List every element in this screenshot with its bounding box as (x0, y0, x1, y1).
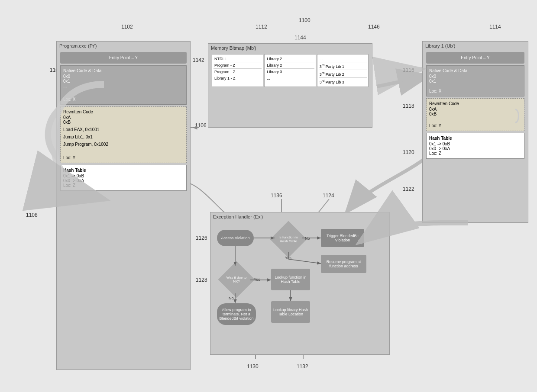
ref-1128: 1128 (196, 277, 207, 283)
lib1-rw-0xa: 0xA (429, 107, 521, 112)
yes-label-1: Yes (285, 256, 291, 260)
ref-1108: 1108 (26, 212, 38, 218)
mb-lib1-z: Library 1 - Z (214, 75, 262, 81)
svg-line-27 (288, 259, 321, 263)
lib1-loc-x: Loc: X (429, 89, 521, 93)
library1-box: Library 1 (Ub') Entry Point – Y Native C… (422, 41, 528, 223)
program-entry-point: Entry Point – Y (60, 52, 187, 64)
prog-ht-loc: Loc: Z (63, 183, 184, 188)
program-native-label: Native Code & Data (63, 68, 184, 73)
lookup-lib-node: Lookup library Hash Table Location (271, 301, 310, 323)
lib1-ht-2: 0x0 -> 0xA (429, 146, 521, 151)
mb-lib3: Library 3 (266, 69, 314, 75)
prog-rw-jump-lib: Jump Lib1, 0x1 (63, 135, 184, 139)
diagram: 1102 1112 1100 1114 1146 1144 1104 1106 … (0, 0, 537, 392)
exception-handler-title: Exception Handler (Ex') (210, 212, 389, 221)
mb-col3: ... 3rd Party Lib 1 3rd Party Lib 2 3rd … (317, 54, 369, 87)
ref-1146: 1146 (368, 24, 380, 30)
mb-lib2b: Library 2 (266, 62, 314, 69)
mb-3rd-lib2: 3rd Party Lib 2 (319, 70, 367, 78)
program-ht-label: Hash Table (63, 168, 184, 173)
lib1-rewritten-label: Rewritten Code (429, 101, 521, 106)
lib1-entry-point: Entry Point – Y (426, 52, 524, 64)
program-rewritten-label: Rewritten Code (63, 109, 184, 114)
program-loc-y: Loc: Y (63, 155, 184, 160)
ref-1144: 1144 (294, 35, 306, 41)
ref-1124: 1124 (323, 193, 334, 199)
lookup-function-node: Lookup function in Hash Table (271, 269, 310, 290)
program-native-code: Native Code & Data 0x0 0x1 ... Loc: X (60, 65, 187, 105)
resume-node: Resume program at function address (321, 255, 366, 273)
program-native-ellipsis: ... (63, 84, 184, 88)
prog-rw-0xa: 0xA (63, 115, 184, 120)
program-loc-x: Loc: X (63, 97, 184, 102)
yes-label-2: Yes (254, 277, 260, 282)
mb-col2: Library 2 Library 2 Library 3 ... (264, 54, 316, 87)
mb-prog-z1: Program - Z (214, 62, 262, 69)
lib1-native-code: Native Code & Data 0x0 0x1 Loc: X (426, 65, 524, 96)
no-label-2: No (229, 296, 234, 300)
ref-1116: 1116 (403, 67, 414, 73)
allow-terminate-node: Allow program to terminate. Not a Blende… (217, 303, 256, 325)
program-title: Program.exe (Pr') (57, 42, 190, 50)
lib1-native-label: Native Code & Data (429, 68, 521, 73)
no-label-1: No (305, 236, 310, 241)
library1-title: Library 1 (Ub') (423, 42, 528, 50)
lib1-loc-y: Loc: Y (429, 123, 521, 128)
ref-1132: 1132 (297, 363, 308, 370)
trigger-node: Trigger BlendedBit Violation (321, 229, 364, 247)
lib1-ht-label: Hash Table (429, 136, 521, 141)
ref-1118: 1118 (403, 103, 414, 109)
prog-ht-2: 0x0 -> 0xA (63, 178, 184, 183)
memory-bitmap-title: Memory Bitmap (Mb') (208, 44, 372, 52)
ref-1106: 1106 (195, 122, 207, 129)
is-function-label: Is function in Hash Table (275, 235, 301, 243)
mb-lib2a: Library 2 (266, 56, 314, 62)
ref-1130: 1130 (247, 363, 259, 370)
lib1-ht-1: 0x1 -> 0xB (429, 141, 521, 146)
memory-bitmap-table: NTDLL Program - Z Program - Z Library 1 … (212, 54, 369, 87)
lib1-inner-arrow (509, 107, 522, 125)
prog-rw-0xb: 0xB (63, 120, 184, 125)
mb-3rd-lib1: 3rd Party Lib 1 (319, 62, 367, 70)
lib1-0x0: 0x0 (429, 74, 521, 79)
program-rewritten: Rewritten Code 0xA 0xB Load EAX, 0x1001 … (60, 106, 187, 163)
access-violation-node: Access Violation (217, 230, 254, 246)
mb-ntdll: NTDLL (214, 56, 262, 62)
lib1-ht-loc: Loc: Z (429, 151, 521, 156)
mb-ellipsis2: ... (319, 56, 367, 62)
ref-1136: 1136 (271, 193, 282, 199)
prog-rw-load: Load EAX, 0x1001 (63, 127, 184, 132)
ref-1102: 1102 (121, 24, 133, 30)
ref-1100: 1100 (299, 17, 311, 23)
ref-1120: 1120 (403, 149, 414, 155)
program-native-0x1: 0x1 (63, 79, 184, 84)
lib1-0x1: 0x1 (429, 79, 521, 84)
lib1-hashtable: Hash Table 0x1 -> 0xB 0x0 -> 0xA Loc: Z (426, 133, 524, 159)
lib1-rewritten: Rewritten Code 0xA 0xB Loc: Y (426, 98, 524, 131)
ref-1126: 1126 (196, 235, 207, 241)
mb-ellipsis: ... (266, 75, 314, 81)
was-nx-label: Was it due to NX? (223, 276, 249, 283)
mb-col1: NTDLL Program - Z Program - Z Library 1 … (212, 54, 263, 87)
is-function-diamond: Is function in Hash Table (270, 221, 307, 258)
exception-handler-box: Exception Handler (Ex') Access Violation… (210, 212, 390, 355)
program-hashtable: Hash Table 0x1 -> 0xB 0x0 -> 0xA Loc: Z (60, 165, 187, 191)
prog-rw-jump-prog: Jump Program, 0x1002 (63, 142, 184, 147)
program-native-0x0: 0x0 (63, 74, 184, 79)
was-nx-diamond: Was it due to NX? (218, 261, 255, 298)
ref-1114: 1114 (489, 24, 501, 30)
prog-ht-1: 0x1 -> 0xB (63, 174, 184, 178)
mb-3rd-lib3: 3rd Party Lib 3 (319, 78, 367, 85)
ref-1122: 1122 (403, 186, 414, 192)
mb-prog-z2: Program - Z (214, 69, 262, 75)
ref-1142: 1142 (193, 57, 204, 63)
memory-bitmap-box: Memory Bitmap (Mb') NTDLL Program - Z Pr… (208, 43, 372, 128)
lib1-rw-0xb: 0xB (429, 112, 521, 116)
ref-1112: 1112 (256, 24, 267, 30)
program-box: Program.exe (Pr') Entry Point – Y Native… (56, 41, 191, 370)
